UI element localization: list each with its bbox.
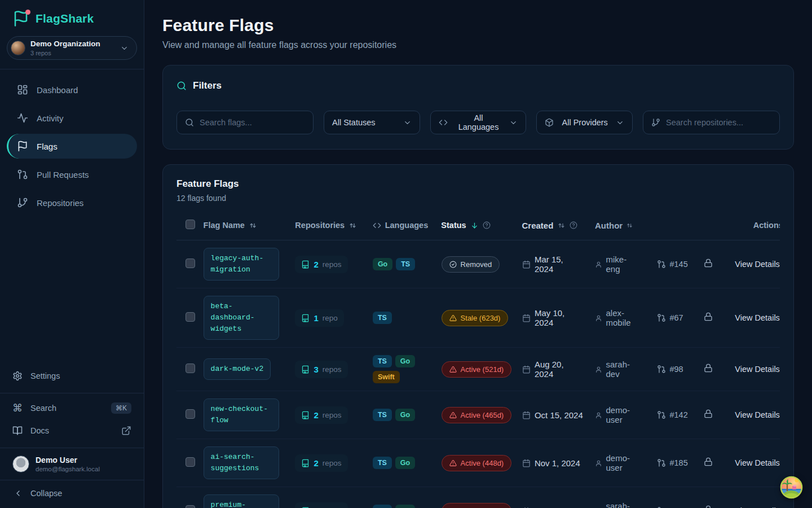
sidebar-item-search[interactable]: ⌘ Search ⌘K <box>7 397 137 419</box>
help-icon[interactable] <box>570 221 577 229</box>
sidebar-item-dashboard[interactable]: Dashboard <box>7 77 137 102</box>
sidebar-item-flags[interactable]: Flags <box>7 134 137 159</box>
lock-icon[interactable] <box>704 409 713 418</box>
external-link-icon <box>121 426 131 436</box>
row-checkbox[interactable] <box>186 364 195 373</box>
column-created[interactable]: Created <box>522 221 595 230</box>
repo-count-badge: 2 repos <box>295 256 347 273</box>
pull-request-link[interactable]: #98 <box>657 365 704 374</box>
view-details-link[interactable]: View Details <box>735 260 780 269</box>
column-repositories[interactable]: Repositories <box>295 221 372 230</box>
language-filter-value: All Languages <box>453 113 504 132</box>
row-checkbox[interactable] <box>186 457 195 467</box>
collapse-sidebar-button[interactable]: Collapse <box>0 480 144 508</box>
view-details-link[interactable]: View Details <box>735 410 780 419</box>
flag-name-pill[interactable]: beta-dashboard-widgets <box>204 296 279 340</box>
chevron-down-icon <box>403 119 412 127</box>
search-icon <box>185 118 194 127</box>
view-details-link[interactable]: View Details <box>735 458 780 467</box>
column-flag-name[interactable]: Flag Name <box>204 221 295 230</box>
created-date: Nov 1, 2024 <box>522 458 595 468</box>
nav-label: Pull Requests <box>37 170 89 179</box>
flag-name-pill[interactable]: dark-mode-v2 <box>204 358 271 380</box>
lock-icon[interactable] <box>704 259 713 268</box>
user-icon <box>595 314 602 322</box>
provider-filter-value: All Providers <box>559 118 610 127</box>
org-selector[interactable]: Demo Organization 3 repos <box>7 36 137 60</box>
sort-icon <box>626 222 633 229</box>
user-email: demo@flagshark.local <box>36 466 100 472</box>
column-author[interactable]: Author <box>595 221 657 230</box>
row-checkbox[interactable] <box>186 312 195 322</box>
language-badge: TS <box>373 457 392 469</box>
alert-triangle-icon <box>449 459 457 467</box>
pull-request-link[interactable]: #67 <box>657 313 704 322</box>
calendar-icon <box>522 365 531 374</box>
pull-request-link[interactable]: #185 <box>657 458 704 467</box>
status-badge: Active (465d) <box>442 407 512 423</box>
created-date: Jan 1, 2025 <box>522 506 595 508</box>
user-icon <box>595 459 602 467</box>
view-details-link[interactable]: View Details <box>735 313 780 322</box>
language-badge: Go <box>395 457 415 469</box>
user-icon <box>595 411 602 419</box>
pull-request-link[interactable]: #145 <box>657 260 704 269</box>
row-checkbox[interactable] <box>186 259 195 268</box>
sidebar-item-docs[interactable]: Docs <box>7 419 137 442</box>
flag-search-field <box>176 111 314 134</box>
column-status[interactable]: Status <box>441 221 522 230</box>
check-circle-icon <box>449 261 457 268</box>
help-icon[interactable] <box>483 221 491 229</box>
author: sarah-dev <box>595 501 657 508</box>
repository-search-input[interactable] <box>666 118 771 127</box>
feature-flags-card: Feature Flags 12 flags found Flag Name R… <box>162 164 794 508</box>
nav-label: Repositories <box>37 198 83 208</box>
repo-icon <box>301 459 310 467</box>
app-logo[interactable]: FlagShark <box>0 0 144 35</box>
view-details-link[interactable]: View Details <box>735 365 780 374</box>
flag-name-pill[interactable]: ai-search-suggestions <box>204 446 279 479</box>
table-scroll-area[interactable]: Flag Name Repositories Languages Status <box>176 213 780 508</box>
flag-name-pill[interactable]: new-checkout-flow <box>204 398 279 431</box>
flag-name-pill[interactable]: legacy-auth-migration <box>204 248 279 281</box>
row-checkbox[interactable] <box>186 409 195 419</box>
user-icon <box>595 366 602 373</box>
row-checkbox[interactable] <box>186 505 195 508</box>
lock-icon[interactable] <box>704 364 713 373</box>
app-name: FlagShark <box>36 12 94 25</box>
pull-request-link[interactable]: #142 <box>657 410 704 419</box>
keyboard-shortcut-badge: ⌘K <box>111 402 131 414</box>
provider-filter-select[interactable]: All Providers <box>536 111 633 134</box>
flag-logo-icon <box>12 10 29 27</box>
lock-icon[interactable] <box>704 505 713 508</box>
status-filter-select[interactable]: All Statuses <box>324 111 420 134</box>
lock-icon[interactable] <box>704 312 713 321</box>
user-profile[interactable]: Demo User demo@flagshark.local <box>0 448 144 480</box>
notification-dot <box>25 10 30 15</box>
repo-icon <box>301 260 310 269</box>
created-date: Mar 15, 2024 <box>522 255 595 274</box>
island-widget-button[interactable] <box>780 476 803 499</box>
sidebar-nav: Dashboard Activity Flags Pull Requests R… <box>0 69 144 215</box>
pull-request-icon <box>657 365 666 374</box>
status-badge: Active (421d) <box>442 503 512 508</box>
author: alex-mobile <box>595 308 657 327</box>
activity-icon <box>17 112 28 124</box>
sort-icon <box>348 221 357 230</box>
flag-name-pill[interactable]: premium-features <box>204 494 279 508</box>
sidebar-item-repositories[interactable]: Repositories <box>7 190 137 215</box>
calendar-icon <box>522 314 531 322</box>
sidebar-item-pull-requests[interactable]: Pull Requests <box>7 162 137 187</box>
status-badge: Active (521d) <box>442 361 512 378</box>
lock-icon[interactable] <box>704 457 713 466</box>
select-all-checkbox[interactable] <box>186 220 195 229</box>
sidebar-item-activity[interactable]: Activity <box>7 106 137 130</box>
alert-triangle-icon <box>449 314 457 322</box>
flag-search-input[interactable] <box>200 118 305 127</box>
org-name: Demo Organization <box>30 40 100 49</box>
language-filter-select[interactable]: All Languages <box>430 111 527 134</box>
pull-request-icon <box>657 313 666 322</box>
status-badge: Active (448d) <box>442 455 512 471</box>
sidebar-item-settings[interactable]: Settings <box>7 365 137 387</box>
package-icon <box>545 118 554 127</box>
